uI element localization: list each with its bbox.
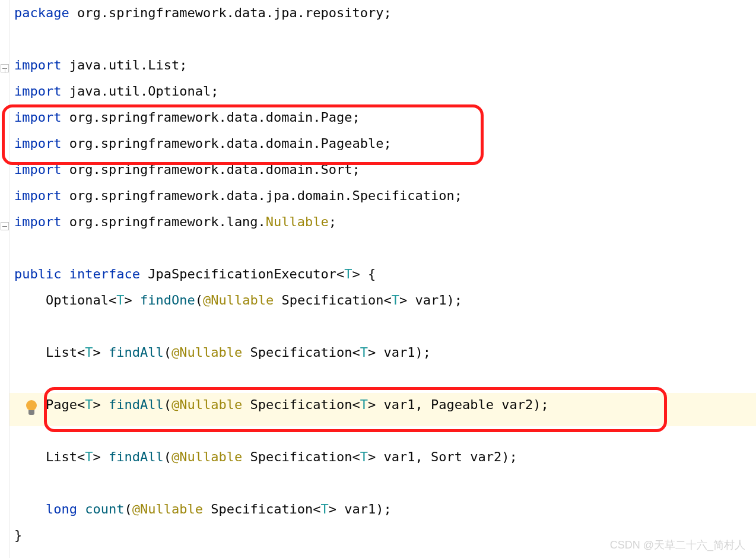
code-line: Page<T> findAll(@Nullable Specification<… [9, 392, 756, 418]
code-line: import org.springframework.data.domain.P… [9, 104, 756, 131]
intention-bulb-icon[interactable] [25, 400, 38, 417]
code-line: List<T> findAll(@Nullable Specification<… [9, 444, 756, 470]
code-line: import org.springframework.data.domain.P… [9, 131, 756, 157]
code-line: long count(@Nullable Specification<T> va… [9, 496, 756, 522]
code-line: Optional<T> findOne(@Nullable Specificat… [9, 287, 756, 313]
editor-gutter [0, 0, 9, 558]
code-editor[interactable]: package org.springframework.data.jpa.rep… [9, 0, 756, 549]
code-line: import java.util.List; [9, 52, 756, 78]
code-line: import java.util.Optional; [9, 78, 756, 104]
code-line: public interface JpaSpecificationExecuto… [9, 261, 756, 287]
code-line: import org.springframework.data.domain.S… [9, 157, 756, 183]
code-line [9, 235, 756, 261]
code-line [9, 470, 756, 496]
code-line: package org.springframework.data.jpa.rep… [9, 0, 756, 26]
code-line [9, 313, 756, 340]
fold-toggle-icon[interactable] [1, 222, 9, 230]
code-line: List<T> findAll(@Nullable Specification<… [9, 340, 756, 366]
code-line [9, 418, 756, 444]
code-line [9, 366, 756, 392]
fold-toggle-icon[interactable] [1, 64, 9, 72]
code-line: import org.springframework.lang.Nullable… [9, 209, 756, 235]
watermark-text: CSDN @天草二十六_简村人 [610, 538, 745, 552]
code-line [9, 26, 756, 52]
code-line: import org.springframework.data.jpa.doma… [9, 183, 756, 209]
